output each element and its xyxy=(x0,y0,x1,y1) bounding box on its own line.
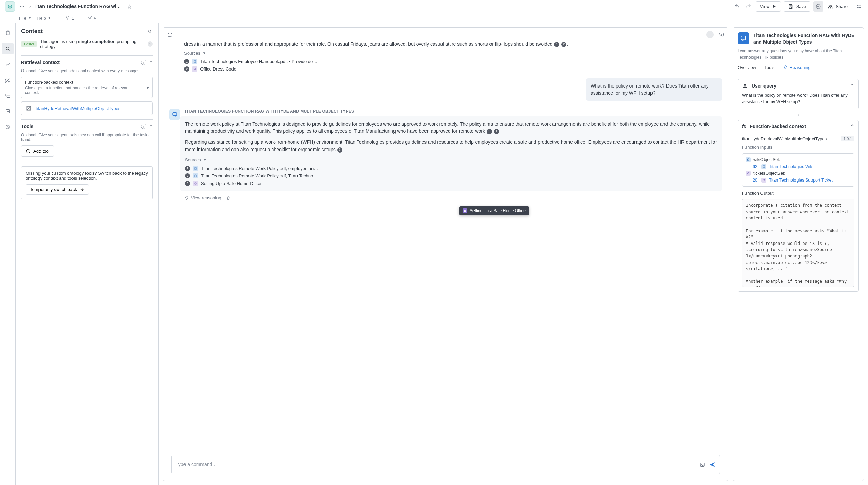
plus-circle-icon xyxy=(26,148,31,154)
rail-chart-icon[interactable] xyxy=(2,59,14,70)
fbc-label: Function-backed context xyxy=(750,124,806,129)
wiki-icon xyxy=(193,181,198,186)
legacy-switch-button[interactable]: Temporarily switch back xyxy=(26,184,89,195)
rail-variable-icon[interactable]: (x) xyxy=(2,74,14,86)
app-logo xyxy=(5,1,15,12)
rail-chat-icon[interactable] xyxy=(2,90,14,101)
refresh-icon xyxy=(167,32,173,38)
save-icon xyxy=(788,4,793,9)
source-row[interactable]: 2Titan Technologies Remote Work Policy.p… xyxy=(185,172,717,179)
help-menu[interactable]: Help▼ xyxy=(37,16,51,21)
save-button[interactable]: Save xyxy=(784,1,811,12)
redo-icon xyxy=(746,4,751,9)
svg-rect-12 xyxy=(857,5,858,6)
source-row[interactable]: 1 Titan Technologies Employee Handbook.p… xyxy=(184,58,722,65)
context-type-select[interactable]: Function-backed context Give agent a fun… xyxy=(21,77,153,98)
legacy-text: Missing your custom ontology tools? Swit… xyxy=(26,171,148,181)
citation-2[interactable]: 2 xyxy=(561,42,566,47)
user-query-text: What is the policy on remote work? Does … xyxy=(738,92,858,109)
tickets-link[interactable]: Titan Technologies Support Ticket xyxy=(769,178,833,183)
undo-button[interactable] xyxy=(733,2,741,11)
chat-icon xyxy=(172,111,178,118)
svg-point-9 xyxy=(816,4,820,9)
tab-overview[interactable]: Overview xyxy=(738,65,756,74)
rail-history-icon[interactable] xyxy=(2,121,14,133)
context-title: Context xyxy=(21,28,43,35)
variable-button[interactable]: (x) xyxy=(719,32,724,37)
rail-clipboard-icon[interactable] xyxy=(2,27,14,39)
tools-header[interactable]: Tools i ⌃ xyxy=(21,124,153,129)
svg-line-22 xyxy=(9,50,10,51)
share-button[interactable]: Share xyxy=(826,1,852,12)
citation-1[interactable]: 1 xyxy=(487,129,492,134)
chat-icon xyxy=(740,35,747,42)
command-input-box[interactable] xyxy=(171,455,720,474)
retrieval-context-header[interactable]: Retrieval context i ⌃ xyxy=(21,60,153,65)
sources-toggle[interactable]: Sources▼ xyxy=(185,157,207,162)
command-input[interactable] xyxy=(175,461,696,468)
trash-icon xyxy=(226,195,231,200)
chart-icon xyxy=(5,62,11,67)
arrow-right-icon xyxy=(80,187,84,192)
favorite-star-icon[interactable]: ☆ xyxy=(127,3,132,10)
wiki-link[interactable]: Titan Technologies Wiki xyxy=(769,164,814,169)
robot-icon xyxy=(7,3,13,10)
svg-point-1 xyxy=(9,6,10,7)
export-icon xyxy=(5,109,11,114)
select-subtitle: Give agent a function that handles the r… xyxy=(25,85,141,95)
fbc-section[interactable]: fx Function-backed context ⌃ xyxy=(738,120,858,132)
retrieval-function-link[interactable]: titanHydeRetrievalWithMultipleObjectType… xyxy=(21,101,153,115)
refresh-button[interactable] xyxy=(167,32,173,38)
graph-count: 1 xyxy=(72,16,74,21)
send-button[interactable] xyxy=(709,461,716,468)
svg-rect-0 xyxy=(8,5,12,8)
tickets-count: 20 xyxy=(753,178,757,183)
source-row[interactable]: 1Titan Technologies Remote Work Policy.p… xyxy=(185,165,717,172)
svg-point-10 xyxy=(829,5,830,7)
view-button[interactable]: View xyxy=(756,1,781,12)
svg-point-26 xyxy=(26,149,30,153)
source-row[interactable]: 2 Office Dress Code xyxy=(184,65,722,73)
redo-button[interactable] xyxy=(744,2,753,11)
more-menu-button[interactable] xyxy=(18,2,27,11)
assistant-description: I can answer any questions you may have … xyxy=(738,48,859,60)
info-button[interactable]: i xyxy=(706,31,714,38)
wiki-icon xyxy=(192,66,197,72)
svg-point-17 xyxy=(68,16,69,17)
send-icon xyxy=(709,461,716,468)
svg-rect-20 xyxy=(7,31,9,32)
help-label: Help xyxy=(37,16,46,21)
assistant-avatar-large xyxy=(738,32,749,44)
delete-button[interactable] xyxy=(226,195,231,200)
wiki-count: 62 xyxy=(753,164,757,169)
side-panel-toggle-button[interactable] xyxy=(854,2,863,11)
source-row[interactable]: 3Setting Up a Safe Home Office xyxy=(185,179,717,187)
citation-2[interactable]: 2 xyxy=(494,129,499,134)
graph-nav[interactable]: 1 xyxy=(65,16,74,21)
breadcrumb-separator-icon: › xyxy=(29,4,31,9)
tab-tools[interactable]: Tools xyxy=(764,65,774,74)
view-reasoning-button[interactable]: View reasoning xyxy=(184,195,221,200)
menu-icon xyxy=(856,4,862,9)
tools-hint: Optional. Give your agent tools they can… xyxy=(21,132,153,142)
attach-button[interactable] xyxy=(699,461,705,468)
tab-reasoning[interactable]: Reasoning xyxy=(783,65,811,74)
add-tool-button[interactable]: Add tool xyxy=(21,145,54,157)
svg-point-32 xyxy=(194,183,196,184)
chevron-up-icon: ⌃ xyxy=(149,124,153,129)
wiki-key: wikiObjectSet: xyxy=(753,157,780,162)
retrieval-info-icon[interactable]: i xyxy=(141,60,146,65)
view-reasoning-label: View reasoning xyxy=(191,195,221,200)
tools-info-icon[interactable]: i xyxy=(141,124,146,129)
svg-point-11 xyxy=(831,5,832,7)
citation-3[interactable]: 3 xyxy=(337,147,342,153)
citation-1[interactable]: 1 xyxy=(554,42,559,47)
collapse-panel-button[interactable] xyxy=(147,28,153,34)
strategy-help-icon[interactable]: ? xyxy=(148,41,153,47)
rail-export-icon[interactable] xyxy=(2,106,14,117)
rail-search-icon[interactable] xyxy=(2,43,14,54)
sources-toggle[interactable]: Sources▼ xyxy=(184,51,206,56)
image-icon xyxy=(699,461,705,468)
user-query-section[interactable]: User query ⌃ xyxy=(738,79,858,92)
file-menu[interactable]: File▼ xyxy=(19,16,31,21)
